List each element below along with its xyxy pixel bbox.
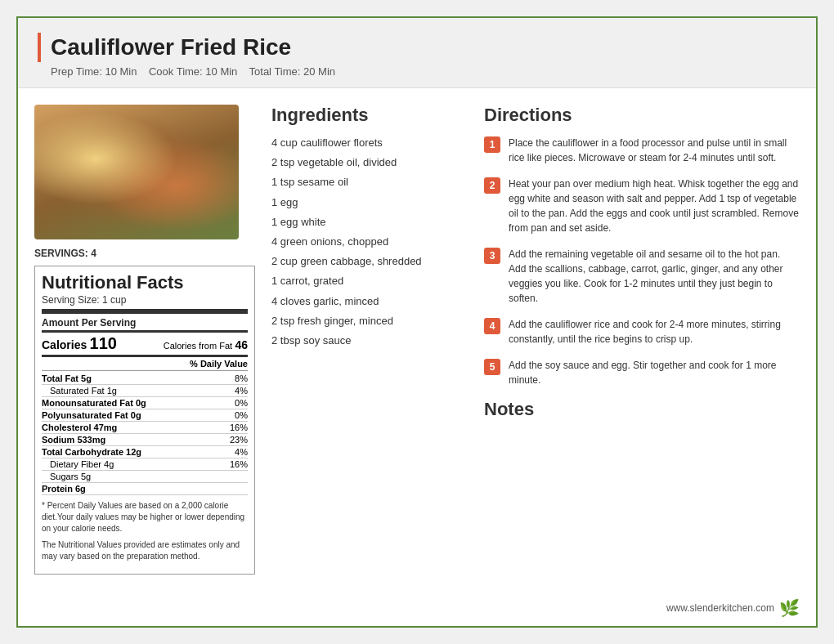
direction-steps: 1 Place the cauliflower in a food proces… (484, 136, 800, 387)
nutrient-name: Polyunsaturated Fat 0g (42, 410, 141, 420)
nutrient-val: 16% (230, 423, 248, 432)
nutrient-val: 4% (235, 386, 248, 396)
calories-val: 110 (90, 334, 117, 352)
step-badge: 1 (484, 136, 500, 153)
middle-column: Ingredients 4 cup cauliflower florets2 t… (271, 105, 468, 353)
ingredient-item: 2 tsp fresh ginger, minced (271, 314, 468, 329)
step-badge: 4 (484, 318, 500, 334)
calories-fat-right: Calories from Fat 46 (164, 338, 248, 351)
nutrient-name: Sodium 533mg (42, 435, 105, 445)
direction-item: 3 Add the remaining vegetable oil and se… (484, 247, 800, 306)
nutrition-footer: * Percent Daily Values are based on a 2,… (42, 500, 248, 562)
nutrition-box: Nutritional Facts Serving Size: 1 cup Am… (34, 266, 255, 575)
directions-title: Directions (484, 105, 800, 126)
recipe-page: Cauliflower Fried Rice Prep Time: 10 Min… (16, 16, 818, 628)
nutrient-val: 8% (235, 373, 248, 383)
nutrient-name: Protein 6g (42, 484, 86, 494)
ingredient-item: 1 egg (271, 195, 468, 210)
direction-item: 5 Add the soy sauce and egg. Stir togeth… (484, 358, 800, 387)
nutrient-row: Dietary Fiber 4g 16% (42, 458, 248, 471)
calories-label: Calories (42, 338, 87, 351)
right-column: Directions 1 Place the cauliflower in a … (484, 105, 800, 420)
direction-item: 2 Heat your pan over medium high heat. W… (484, 177, 800, 235)
ingredient-list: 4 cup cauliflower florets2 tsp vegetable… (271, 136, 468, 348)
nutrient-rows: Total Fat 5g 8% Saturated Fat 1g 4% Mono… (42, 373, 248, 495)
nutrient-row: Polyunsaturated Fat 0g 0% (42, 409, 248, 422)
nutrient-val: 0% (235, 410, 248, 420)
servings-label: SERVINGS: 4 (34, 248, 255, 259)
nutrient-row: Total Carbohydrate 12g 4% (42, 446, 248, 458)
direction-text: Add the soy sauce and egg. Stir together… (509, 358, 800, 387)
ingredient-item: 1 tsp sesame oil (271, 175, 468, 190)
leaf-icon: 🌿 (779, 598, 800, 618)
nutrient-val: 4% (235, 447, 248, 457)
direction-text: Add the cauliflower rice and cook for 2-… (509, 317, 800, 347)
total-time: Total Time: 20 Min (249, 65, 336, 78)
food-image (34, 105, 239, 239)
cook-time: Cook Time: 10 Min (149, 65, 237, 78)
nutrient-row: Protein 6g (42, 483, 248, 495)
title-accent (38, 33, 41, 62)
prep-time: Prep Time: 10 Min (51, 65, 137, 78)
calories-left: Calories 110 (42, 334, 117, 353)
recipe-title: Cauliflower Fried Rice (51, 34, 291, 60)
calories-fat-label: Calories from Fat (164, 341, 232, 351)
ingredient-item: 1 carrot, grated (271, 274, 468, 288)
nutrient-row: Saturated Fat 1g 4% (42, 385, 248, 397)
step-badge: 2 (484, 177, 500, 194)
serving-size: Serving Size: 1 cup (42, 294, 248, 306)
direction-text: Add the remaining vegetable oil and sesa… (509, 247, 800, 306)
time-row: Prep Time: 10 Min Cook Time: 10 Min Tota… (51, 65, 335, 78)
main-content: SERVINGS: 4 Nutritional Facts Serving Si… (18, 88, 816, 591)
nutrient-name: Total Carbohydrate 12g (42, 447, 141, 457)
calories-row: Calories 110 Calories from Fat 46 (42, 330, 248, 357)
nutrient-name: Dietary Fiber 4g (42, 459, 114, 469)
ingredient-item: 4 cup cauliflower florets (271, 136, 468, 150)
ingredient-item: 2 tsp vegetable oil, divided (271, 155, 468, 170)
notes-title: Notes (484, 399, 800, 420)
step-badge: 5 (484, 359, 500, 375)
ingredient-item: 2 cup green cabbage, shredded (271, 254, 468, 269)
title-row: Cauliflower Fried Rice (38, 33, 291, 62)
nutrient-val: 0% (235, 398, 248, 408)
step-badge: 3 (484, 248, 500, 264)
nutrient-name: Monounsaturated Fat 0g (42, 398, 146, 408)
ingredient-item: 4 cloves garlic, minced (271, 294, 468, 309)
direction-text: Heat your pan over medium high heat. Whi… (509, 177, 800, 235)
food-image-sim (34, 105, 239, 239)
amount-per-serving: Amount Per Serving (42, 309, 248, 329)
nutrient-row: Monounsaturated Fat 0g 0% (42, 397, 248, 409)
calories-fat-val: 46 (235, 338, 248, 351)
nutrient-name: Total Fat 5g (42, 373, 92, 383)
daily-value-header: % Daily Value (42, 359, 248, 371)
serving-size-val: 1 cup (102, 294, 126, 306)
nutrient-row: Sugars 5g (42, 471, 248, 483)
nutrient-val: 16% (230, 459, 248, 469)
nutrient-name: Cholesterol 47mg (42, 423, 117, 432)
footer-bar: www.slenderkitchen.com 🌿 (666, 598, 800, 618)
direction-item: 4 Add the cauliflower rice and cook for … (484, 317, 800, 347)
nutrition-title: Nutritional Facts (42, 273, 248, 293)
nutrient-name: Sugars 5g (42, 472, 91, 481)
nutrient-val: 23% (230, 435, 248, 445)
nutrient-row: Cholesterol 47mg 16% (42, 422, 248, 434)
ingredients-title: Ingredients (271, 105, 468, 126)
direction-item: 1 Place the cauliflower in a food proces… (484, 136, 800, 165)
ingredient-item: 1 egg white (271, 215, 468, 230)
ingredient-item: 4 green onions, chopped (271, 235, 468, 249)
serving-size-label: Serving Size: (42, 294, 100, 306)
direction-text: Place the cauliflower in a food processo… (509, 136, 800, 165)
footer-url: www.slenderkitchen.com (666, 602, 774, 614)
left-column: SERVINGS: 4 Nutritional Facts Serving Si… (34, 105, 255, 575)
nutrition-footer-2: The Nutritional Values provided are esti… (42, 539, 248, 562)
ingredient-item: 2 tbsp soy sauce (271, 333, 468, 348)
nutrient-row: Total Fat 5g 8% (42, 373, 248, 385)
header: Cauliflower Fried Rice Prep Time: 10 Min… (18, 18, 816, 88)
nutrient-row: Sodium 533mg 23% (42, 434, 248, 446)
nutrient-name: Saturated Fat 1g (42, 386, 117, 396)
nutrition-footer-1: * Percent Daily Values are based on a 2,… (42, 500, 248, 534)
